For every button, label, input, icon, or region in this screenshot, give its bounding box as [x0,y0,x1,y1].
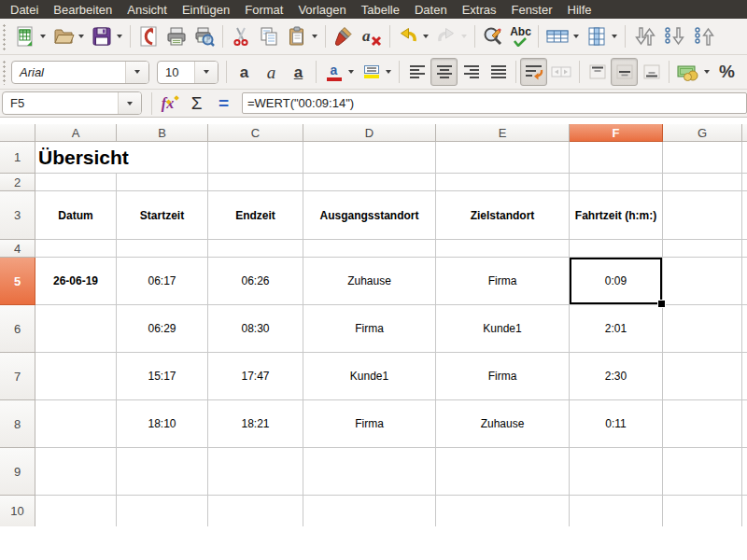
cell-A3[interactable]: Datum [35,191,117,240]
cell-D2[interactable] [303,174,436,191]
cell-A1[interactable]: Übersicht [35,142,117,174]
cell-F6[interactable]: 2:01 [570,305,663,353]
currency-dropdown[interactable] [704,70,710,74]
clear-formatting-button[interactable]: a [358,22,386,50]
cell-E9[interactable] [436,448,570,496]
cell-A8[interactable] [35,400,117,448]
cell-C6[interactable]: 08:30 [208,305,303,353]
cell-B8[interactable]: 18:10 [117,400,208,448]
toolbar-drag-handle[interactable] [2,22,7,50]
cell-E4[interactable] [436,240,570,258]
cell-D4[interactable] [303,240,436,258]
font-name-dropdown[interactable] [125,62,148,83]
name-box-dropdown[interactable] [118,92,141,114]
column-button[interactable] [583,22,611,50]
column-header-A[interactable]: A [35,124,117,142]
cell-C5[interactable]: 06:26 [208,258,303,305]
cell-F2[interactable] [570,174,663,191]
font-color-button[interactable]: a [320,58,347,86]
spelling-button[interactable]: Abc [507,22,534,50]
column-header-F[interactable]: F [570,124,663,142]
center-vertically-button[interactable] [611,58,638,86]
sort-descending-button[interactable] [659,22,689,50]
column-header-G[interactable]: G [663,124,742,142]
cell-A2[interactable] [35,174,117,191]
cell-A9[interactable] [35,448,117,496]
cell-G5[interactable] [663,258,742,305]
align-bottom-button[interactable] [638,58,665,86]
cell-G7[interactable] [663,353,742,400]
cell-F9[interactable] [570,448,663,496]
cell-C1[interactable] [208,142,303,174]
cell-C3[interactable]: Endzeit [208,191,303,240]
row-header-1[interactable]: 1 [0,142,35,174]
column-header-B[interactable]: B [117,124,208,142]
column-dropdown[interactable] [612,35,617,38]
print-button[interactable] [162,22,190,50]
name-box[interactable]: F5 [2,91,142,115]
cell-G8[interactable] [663,400,742,448]
menu-item-vorlagen[interactable]: Vorlagen [290,1,353,19]
cell-D9[interactable] [303,448,436,496]
save-button[interactable] [88,22,116,50]
cell-A7[interactable] [35,353,117,400]
font-size-dropdown[interactable] [194,62,218,83]
menu-item-hilfe[interactable]: Hilfe [560,1,599,19]
cell-B3[interactable]: Startzeit [117,191,208,240]
copy-button[interactable] [255,22,283,50]
cell-reference[interactable]: F5 [3,96,118,110]
cell-B7[interactable]: 15:17 [117,353,208,400]
cell-E1[interactable] [436,142,570,174]
cell-D10[interactable] [303,496,436,526]
cell-C10[interactable] [208,496,303,526]
formula-button[interactable]: = [210,90,237,118]
cell-B9[interactable] [117,448,208,496]
cut-button[interactable] [227,22,255,50]
clone-formatting-button[interactable] [330,22,358,50]
percent-button[interactable]: % [713,58,740,86]
undo-dropdown[interactable] [423,35,429,38]
menu-item-einfügen[interactable]: Einfügen [175,1,237,19]
cell-F1[interactable] [570,142,663,174]
column-header-D[interactable]: D [303,124,436,142]
row-header-8[interactable]: 8 [0,400,35,448]
currency-button[interactable] [673,58,703,86]
cell-G4[interactable] [663,240,742,258]
align-center-button[interactable] [430,58,458,86]
font-name-combobox[interactable]: Arial [11,61,149,84]
menu-item-fenster[interactable]: Fenster [503,1,559,19]
highlighting-color-dropdown[interactable] [386,70,391,74]
menu-item-format[interactable]: Format [237,1,290,19]
row-header-6[interactable]: 6 [0,305,35,353]
new-document-button[interactable] [11,22,39,50]
cell-F10[interactable] [570,496,663,526]
cell-B10[interactable] [117,496,208,526]
cell-E3[interactable]: Zielstandort [436,191,570,240]
font-size-value[interactable]: 10 [158,65,194,79]
menu-item-datei[interactable]: Datei [3,1,46,19]
cell-G1[interactable] [663,142,742,174]
open-dropdown[interactable] [78,35,84,38]
italic-button[interactable]: a [258,58,285,86]
cell-C2[interactable] [208,174,303,191]
cell-E7[interactable]: Firma [436,353,570,400]
cell-C4[interactable] [208,240,303,258]
underline-button[interactable]: a [285,58,312,86]
font-color-dropdown[interactable] [348,70,354,74]
row-header-3[interactable]: 3 [0,191,35,240]
open-button[interactable] [49,22,78,50]
cell-E8[interactable]: Zuhause [436,400,570,448]
cell-D6[interactable]: Firma [303,305,436,353]
cell-A10[interactable] [35,496,117,526]
menu-item-tabelle[interactable]: Tabelle [354,1,407,19]
sort-ascending-button[interactable] [689,22,719,50]
cell-B6[interactable]: 06:29 [117,305,208,353]
highlighting-color-button[interactable] [358,58,385,86]
select-all-corner[interactable] [0,124,35,142]
cell-F4[interactable] [570,240,663,258]
cell-F8[interactable]: 0:11 [570,400,663,448]
cell-F5[interactable]: 0:09 [570,258,663,305]
align-left-button[interactable] [403,58,430,86]
function-wizard-button[interactable]: fx [156,90,183,118]
cell-B1[interactable] [117,142,208,174]
